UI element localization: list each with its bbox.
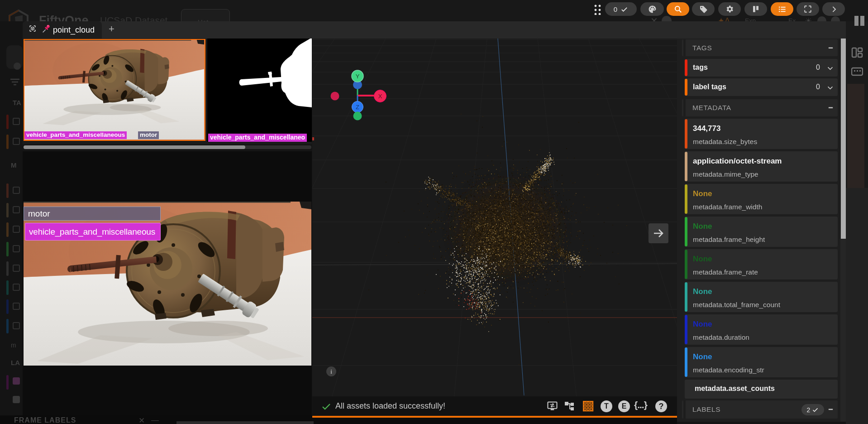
svg-text:Z: Z (356, 104, 359, 111)
svg-text:X: X (378, 93, 382, 100)
svg-text:Y: Y (356, 73, 360, 80)
svg-text:i: i (330, 368, 332, 375)
